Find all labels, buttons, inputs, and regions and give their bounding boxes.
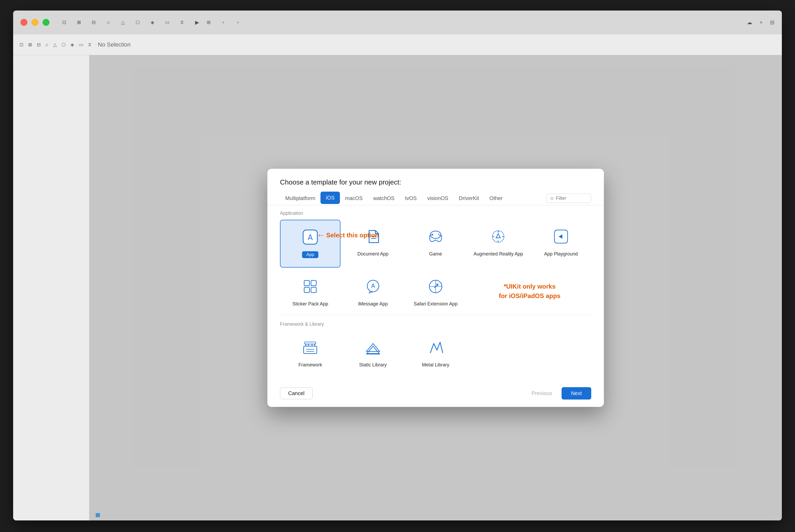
template-app[interactable]: A App [280, 220, 340, 268]
template-ar-app[interactable]: Augmented Reality App [468, 220, 528, 268]
tab-multiplatform[interactable]: Multiplatform [280, 192, 320, 205]
tab-tvos[interactable]: tvOS [400, 192, 422, 205]
panel-icon[interactable]: ▭ [163, 18, 171, 26]
metal-library-label: Metal Library [422, 362, 449, 368]
title-bar-left-icons: ⊡ ⊠ ⊟ ⌕ △ ⬡ ◈ ▭ ⧖ ▶ [60, 18, 199, 26]
framework-section-label: Framework & Library [280, 316, 591, 331]
main-content: Choose a template for your new project: … [13, 55, 782, 520]
warning-nav-icon[interactable]: △ [53, 42, 57, 48]
layout-nav-icon[interactable]: ▭ [79, 42, 83, 48]
folder-nav-icon[interactable]: ⊡ [19, 42, 23, 48]
tab-bar: Multiplatform iOS macOS watchOS tvOS vis… [267, 192, 604, 205]
add-icon[interactable]: ＋ [758, 19, 764, 26]
nav-icons: ⊞ ‹ › [204, 18, 242, 26]
tab-watchos[interactable]: watchOS [368, 192, 400, 205]
title-bar: ⊡ ⊠ ⊟ ⌕ △ ⬡ ◈ ▭ ⧖ ▶ ⊞ ‹ › ☁ ＋ ⊟ [13, 11, 782, 34]
document-app-label: Document App [358, 251, 389, 257]
diamond-nav-icon[interactable]: ⬡ [61, 42, 66, 48]
footer-right: Previous Next [526, 387, 591, 400]
template-game[interactable]: Game [405, 220, 466, 268]
forward-arrow-icon[interactable]: › [234, 18, 242, 26]
application-row-1: A App [280, 220, 591, 268]
svg-rect-19 [311, 287, 316, 292]
no-selection-label: No Selection [98, 41, 131, 48]
game-label: Game [429, 251, 442, 257]
memory-icon[interactable]: ◈ [148, 18, 157, 26]
modal-overlay: Choose a template for your new project: … [89, 55, 782, 520]
search-nav-icon[interactable]: ⌕ [45, 42, 49, 47]
template-app-playground[interactable]: App Playground [531, 220, 591, 268]
uikit-note: *UIKit only works for iOS/iPadOS apps [468, 270, 591, 312]
modal-footer: Cancel Previous Next [267, 382, 604, 407]
debug-icon[interactable]: ⧖ [178, 18, 186, 26]
framework-row: Framework [280, 331, 591, 374]
template-metal-library[interactable]: Metal Library [405, 331, 466, 374]
maximize-button[interactable] [43, 19, 50, 26]
close-tab-icon[interactable]: ⊠ [75, 18, 83, 26]
app-icon: A [300, 227, 321, 248]
filter-input[interactable] [556, 195, 587, 201]
svg-rect-18 [304, 287, 309, 292]
minimize-button[interactable] [32, 19, 38, 26]
bookmark-icon[interactable]: ⊟ [89, 18, 98, 26]
svg-text:A: A [308, 233, 313, 242]
framework-label: Framework [298, 362, 322, 368]
debug-nav-icon[interactable]: ⧖ [88, 42, 92, 47]
svg-rect-26 [305, 342, 316, 344]
application-section-label: Application [280, 205, 591, 220]
game-icon [425, 226, 446, 247]
modal-title: Choose a template for your new project: [280, 178, 591, 186]
svg-rect-25 [304, 346, 317, 354]
previous-button[interactable]: Previous [526, 388, 557, 399]
svg-rect-17 [311, 281, 316, 286]
app-selected-badge: App [302, 251, 318, 258]
tab-other[interactable]: Other [484, 192, 508, 205]
next-button[interactable]: Next [562, 387, 591, 400]
traffic-lights [20, 19, 50, 26]
framework-icon [300, 337, 321, 358]
warning-icon[interactable]: △ [119, 18, 127, 26]
memory-nav-icon[interactable]: ◈ [71, 42, 74, 48]
stop-icon[interactable]: ⬡ [134, 18, 142, 26]
tab-visionos[interactable]: visionOS [422, 192, 454, 205]
svg-point-7 [438, 234, 439, 235]
tab-macos[interactable]: macOS [340, 192, 368, 205]
back-icon[interactable]: ⊞ [204, 18, 213, 26]
status-indicator [96, 513, 100, 517]
template-static-library[interactable]: Static Library [343, 331, 403, 374]
sidebar [13, 55, 89, 520]
template-imessage[interactable]: A iMessage App [343, 270, 403, 312]
bookmark-nav-icon[interactable]: ⊟ [37, 42, 41, 48]
cloud-icon: ☁ [747, 19, 752, 25]
tab-ios[interactable]: iOS [320, 192, 340, 204]
static-library-icon [362, 337, 383, 358]
template-safari-extension[interactable]: Safari Extension App [405, 270, 466, 312]
play-button[interactable]: ▶ [195, 19, 199, 25]
template-framework[interactable]: Framework [280, 331, 340, 374]
filter-box[interactable]: ⊙ [546, 194, 591, 203]
static-library-label: Static Library [359, 362, 387, 368]
content-area: Choose a template for your new project: … [89, 55, 782, 520]
svg-marker-14 [496, 234, 500, 238]
toolbar-icons: ⊡ ⊠ ⊟ ⌕ △ ⬡ ◈ ▭ ⧖ [19, 42, 92, 48]
template-sticker-pack[interactable]: Sticker Pack App [280, 270, 340, 312]
cancel-button[interactable]: Cancel [280, 387, 313, 399]
document-app-icon [362, 226, 383, 247]
template-body: Application A [267, 205, 604, 382]
close-button[interactable] [20, 19, 27, 26]
template-document-app[interactable]: Document App [343, 220, 403, 268]
tab-driverkit[interactable]: DriverKit [454, 192, 484, 205]
metal-library-icon [425, 337, 446, 358]
status-bar [89, 510, 782, 520]
search-icon[interactable]: ⌕ [104, 18, 113, 26]
folder-icon[interactable]: ⊡ [60, 18, 68, 26]
split-view-icon[interactable]: ⊟ [770, 19, 775, 25]
safari-extension-icon [425, 276, 446, 297]
app-playground-label: App Playground [544, 251, 578, 257]
close-nav-icon[interactable]: ⊠ [28, 42, 32, 48]
application-row-2: Sticker Pack App A [280, 270, 591, 312]
back-arrow-icon[interactable]: ‹ [219, 18, 227, 26]
section-divider [280, 315, 591, 315]
imessage-label: iMessage App [358, 301, 388, 307]
svg-point-8 [439, 235, 440, 236]
